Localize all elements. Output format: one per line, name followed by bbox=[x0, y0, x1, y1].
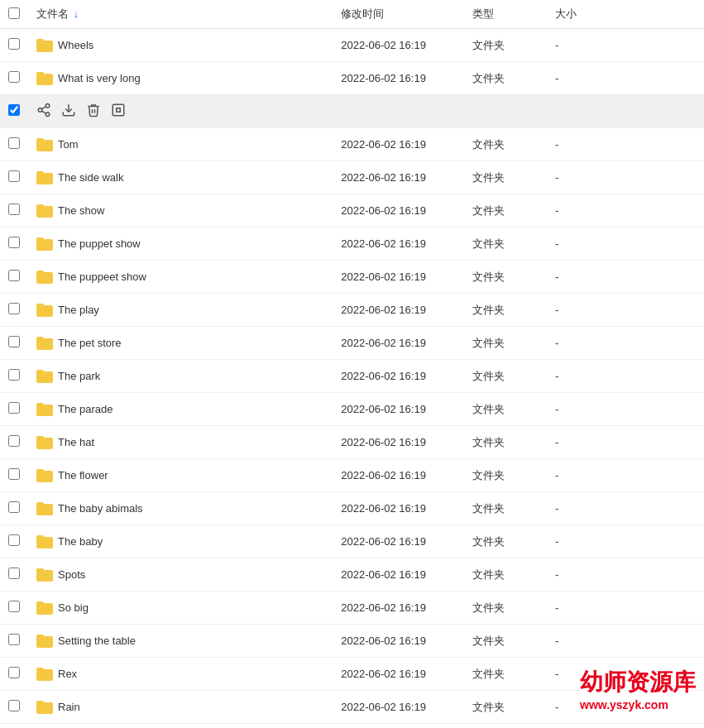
row-checkbox[interactable] bbox=[8, 104, 20, 116]
header-checkbox-cell[interactable] bbox=[0, 0, 28, 29]
row-checkbox-cell[interactable] bbox=[0, 128, 28, 161]
file-name-label[interactable]: The play bbox=[58, 304, 99, 316]
row-checkbox-cell[interactable] bbox=[0, 558, 28, 592]
row-checkbox[interactable] bbox=[8, 468, 20, 480]
row-name-cell[interactable]: The show bbox=[28, 194, 333, 228]
row-name-cell[interactable]: The puppeet show bbox=[28, 261, 333, 294]
file-name-label[interactable]: The hat bbox=[58, 436, 94, 448]
row-checkbox[interactable] bbox=[8, 402, 20, 414]
table-row[interactable]: The puppeet show2022-06-02 16:19文件夹- bbox=[0, 261, 704, 294]
row-name-cell[interactable]: So big bbox=[28, 592, 333, 625]
file-name-label[interactable]: The side walk bbox=[58, 171, 123, 184]
select-all-checkbox[interactable] bbox=[8, 7, 20, 19]
row-checkbox-cell[interactable] bbox=[0, 459, 28, 492]
table-row[interactable]: Spots2022-06-02 16:19文件夹- bbox=[0, 558, 704, 592]
file-name-label[interactable]: Tom bbox=[58, 138, 79, 151]
file-name-label[interactable]: Rain bbox=[58, 701, 80, 713]
file-name-label[interactable]: The parade bbox=[58, 403, 113, 415]
file-name-label[interactable]: The puppet show bbox=[58, 237, 141, 250]
table-row[interactable]: The side walk2022-06-02 16:19文件夹- bbox=[0, 161, 704, 194]
file-name-label[interactable]: The baby abimals bbox=[58, 502, 143, 515]
table-row[interactable] bbox=[0, 95, 704, 128]
table-row[interactable]: Setting the table2022-06-02 16:19文件夹- bbox=[0, 625, 704, 658]
row-checkbox[interactable] bbox=[8, 634, 20, 645]
row-checkbox[interactable] bbox=[8, 601, 20, 612]
row-name-cell[interactable]: The pet store bbox=[28, 327, 333, 360]
file-name-label[interactable]: The park bbox=[58, 370, 100, 382]
row-checkbox-cell[interactable] bbox=[0, 691, 28, 724]
table-row[interactable]: The pet store2022-06-02 16:19文件夹- bbox=[0, 327, 704, 360]
row-checkbox-cell[interactable] bbox=[0, 360, 28, 393]
table-row[interactable]: Rain2022-06-02 16:19文件夹- bbox=[0, 691, 704, 724]
table-row[interactable]: The flower2022-06-02 16:19文件夹- bbox=[0, 459, 704, 492]
table-row[interactable]: The baby abimals2022-06-02 16:19文件夹- bbox=[0, 492, 704, 525]
row-checkbox[interactable] bbox=[8, 336, 20, 347]
preview-icon[interactable] bbox=[111, 103, 126, 121]
table-row[interactable]: The parade2022-06-02 16:19文件夹- bbox=[0, 393, 704, 426]
row-checkbox-cell[interactable] bbox=[0, 426, 28, 459]
row-checkbox[interactable] bbox=[8, 501, 20, 513]
download-icon[interactable] bbox=[61, 103, 76, 121]
file-name-label[interactable]: The show bbox=[58, 204, 104, 217]
row-checkbox-cell[interactable] bbox=[0, 161, 28, 194]
row-checkbox[interactable] bbox=[8, 71, 20, 83]
row-checkbox[interactable] bbox=[8, 534, 20, 546]
row-checkbox-cell[interactable] bbox=[0, 492, 28, 525]
row-name-cell[interactable]: The hat bbox=[28, 426, 333, 459]
file-name-label[interactable]: The puppeet show bbox=[58, 271, 146, 283]
row-checkbox[interactable] bbox=[8, 170, 20, 182]
row-checkbox[interactable] bbox=[8, 204, 20, 215]
row-name-cell[interactable]: The flower bbox=[28, 459, 333, 492]
row-name-cell[interactable]: The puppet show bbox=[28, 228, 333, 261]
row-checkbox[interactable] bbox=[8, 137, 20, 149]
row-checkbox[interactable] bbox=[8, 667, 20, 678]
table-row[interactable]: Tom2022-06-02 16:19文件夹- bbox=[0, 128, 704, 161]
row-name-cell[interactable]: Rex bbox=[28, 658, 333, 691]
table-row[interactable]: The play2022-06-02 16:19文件夹- bbox=[0, 294, 704, 327]
row-checkbox-cell[interactable] bbox=[0, 228, 28, 261]
table-row[interactable]: Rex2022-06-02 16:19文件夹- bbox=[0, 658, 704, 691]
row-checkbox-cell[interactable] bbox=[0, 327, 28, 360]
row-name-cell[interactable]: The baby abimals bbox=[28, 492, 333, 525]
row-checkbox-cell[interactable] bbox=[0, 592, 28, 625]
row-name-cell[interactable]: The play bbox=[28, 294, 333, 327]
table-row[interactable]: What is very long2022-06-02 16:19文件夹- bbox=[0, 62, 704, 95]
row-checkbox-cell[interactable] bbox=[0, 62, 28, 95]
delete-icon[interactable] bbox=[86, 103, 101, 121]
row-checkbox-cell[interactable] bbox=[0, 393, 28, 426]
header-name[interactable]: 文件名 ↓ bbox=[28, 0, 333, 29]
row-checkbox[interactable] bbox=[8, 303, 20, 314]
file-name-label[interactable]: So big bbox=[58, 601, 89, 614]
row-checkbox[interactable] bbox=[8, 700, 20, 711]
row-checkbox-cell[interactable] bbox=[0, 294, 28, 327]
row-name-cell[interactable]: Wheels bbox=[28, 29, 333, 62]
row-name-cell[interactable]: What is very long bbox=[28, 62, 333, 95]
table-row[interactable]: So big2022-06-02 16:19文件夹- bbox=[0, 592, 704, 625]
row-checkbox-cell[interactable] bbox=[0, 658, 28, 691]
row-checkbox[interactable] bbox=[8, 270, 20, 281]
table-row[interactable]: The puppet show2022-06-02 16:19文件夹- bbox=[0, 228, 704, 261]
file-name-label[interactable]: The flower bbox=[58, 469, 108, 481]
file-name-label[interactable]: Rex bbox=[58, 668, 77, 680]
row-checkbox-cell[interactable] bbox=[0, 29, 28, 62]
file-name-label[interactable]: The pet store bbox=[58, 337, 122, 349]
file-name-label[interactable]: The baby bbox=[58, 535, 103, 548]
row-name-cell[interactable]: The parade bbox=[28, 393, 333, 426]
row-name-cell[interactable]: Rain bbox=[28, 691, 333, 724]
row-name-cell[interactable]: The baby bbox=[28, 525, 333, 558]
row-name-cell[interactable] bbox=[28, 95, 333, 128]
row-checkbox[interactable] bbox=[8, 38, 20, 50]
share-icon[interactable] bbox=[36, 103, 51, 121]
file-name-label[interactable]: Wheels bbox=[58, 39, 93, 51]
row-checkbox[interactable] bbox=[8, 369, 20, 381]
table-row[interactable]: The baby2022-06-02 16:19文件夹- bbox=[0, 525, 704, 558]
file-name-label[interactable]: Setting the table bbox=[58, 635, 136, 647]
row-name-cell[interactable]: Spots bbox=[28, 558, 333, 592]
row-name-cell[interactable]: The park bbox=[28, 360, 333, 393]
row-checkbox-cell[interactable] bbox=[0, 95, 28, 128]
row-checkbox[interactable] bbox=[8, 237, 20, 248]
table-row[interactable]: The park2022-06-02 16:19文件夹- bbox=[0, 360, 704, 393]
row-name-cell[interactable]: The side walk bbox=[28, 161, 333, 194]
row-checkbox-cell[interactable] bbox=[0, 625, 28, 658]
row-checkbox[interactable] bbox=[8, 435, 20, 447]
